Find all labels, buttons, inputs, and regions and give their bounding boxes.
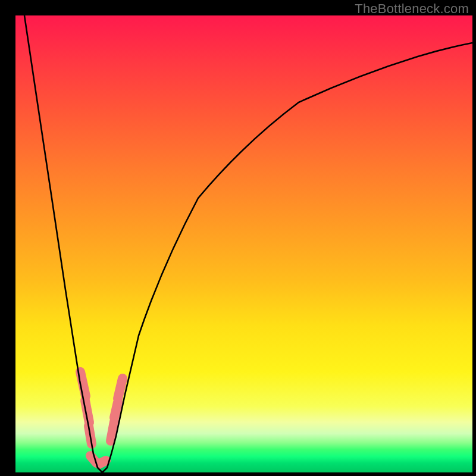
chart-svg <box>15 15 472 472</box>
plot-area <box>15 15 472 472</box>
watermark-text: TheBottleneck.com <box>355 1 469 17</box>
bottleneck-curve <box>24 15 472 472</box>
marker-cluster-bottom <box>90 456 106 464</box>
chart-frame: TheBottleneck.com <box>0 0 476 476</box>
